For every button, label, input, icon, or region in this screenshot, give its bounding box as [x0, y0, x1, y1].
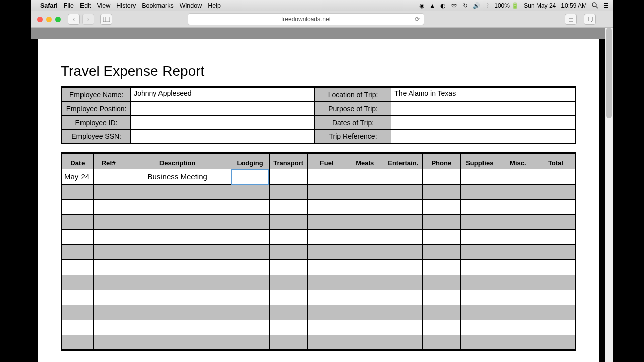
cell-entertain[interactable]	[384, 305, 422, 320]
cell-lodging[interactable]	[231, 215, 269, 230]
cell-date[interactable]	[62, 290, 94, 305]
cell-meals[interactable]	[346, 275, 384, 290]
cell-meals[interactable]	[346, 320, 384, 335]
cell-transport[interactable]	[269, 275, 307, 290]
cell-misc[interactable]	[499, 260, 537, 275]
cell-lodging[interactable]	[231, 305, 269, 320]
cell-phone[interactable]	[422, 185, 460, 200]
cell-total[interactable]	[537, 185, 575, 200]
cell-fuel[interactable]	[307, 275, 346, 290]
cell-transport[interactable]	[269, 290, 307, 305]
cell-date[interactable]	[62, 200, 94, 215]
cell-misc[interactable]	[499, 320, 537, 335]
field-employee-id[interactable]	[131, 116, 315, 130]
cell-description[interactable]	[124, 275, 231, 290]
cell-description[interactable]	[124, 215, 231, 230]
cell-meals[interactable]	[346, 245, 384, 260]
cell-meals[interactable]	[346, 169, 384, 185]
cell-meals[interactable]	[346, 215, 384, 230]
cell-transport[interactable]	[269, 215, 307, 230]
cell-fuel[interactable]	[307, 335, 346, 350]
cell-transport[interactable]	[269, 200, 307, 215]
cell-misc[interactable]	[499, 169, 537, 185]
cell-supplies[interactable]	[460, 245, 499, 260]
cell-ref[interactable]	[93, 200, 124, 215]
cell-total[interactable]	[537, 230, 575, 245]
maximize-window-button[interactable]	[55, 17, 61, 22]
cell-transport[interactable]	[269, 185, 307, 200]
cell-supplies[interactable]	[460, 215, 499, 230]
volume-icon[interactable]: 🔊	[473, 2, 480, 9]
cell-total[interactable]	[537, 260, 575, 275]
spotlight-icon[interactable]	[592, 2, 598, 9]
cell-total[interactable]	[537, 290, 575, 305]
cell-lodging[interactable]	[231, 169, 269, 185]
cell-ref[interactable]	[93, 305, 124, 320]
reload-icon[interactable]: ⟳	[415, 16, 420, 23]
cell-phone[interactable]	[422, 305, 460, 320]
close-window-button[interactable]	[37, 17, 43, 22]
field-dates[interactable]	[391, 116, 576, 130]
app-name[interactable]: Safari	[40, 2, 58, 9]
cell-supplies[interactable]	[460, 290, 499, 305]
cell-phone[interactable]	[422, 215, 460, 230]
cell-fuel[interactable]	[307, 185, 346, 200]
scroll-thumb[interactable]	[606, 28, 612, 118]
wifi-icon[interactable]	[450, 3, 458, 8]
cell-total[interactable]	[537, 215, 575, 230]
cell-date[interactable]: May 24	[62, 169, 94, 185]
cell-total[interactable]	[537, 200, 575, 215]
vertical-scrollbar[interactable]	[605, 28, 613, 362]
cell-supplies[interactable]	[460, 335, 499, 350]
cell-ref[interactable]	[93, 275, 124, 290]
cell-entertain[interactable]	[384, 200, 422, 215]
cell-description[interactable]	[124, 200, 231, 215]
cell-misc[interactable]	[499, 200, 537, 215]
time[interactable]: 10:59 AM	[561, 2, 587, 9]
cell-total[interactable]	[537, 320, 575, 335]
cell-meals[interactable]	[346, 230, 384, 245]
cell-lodging[interactable]	[231, 230, 269, 245]
cell-ref[interactable]	[93, 335, 124, 350]
cell-lodging[interactable]	[231, 320, 269, 335]
cell-ref[interactable]	[93, 290, 124, 305]
cell-misc[interactable]	[499, 245, 537, 260]
cell-lodging[interactable]	[231, 185, 269, 200]
cell-phone[interactable]	[422, 169, 460, 185]
cell-entertain[interactable]	[384, 245, 422, 260]
menu-bookmarks[interactable]: Bookmarks	[142, 2, 174, 9]
cell-misc[interactable]	[499, 185, 537, 200]
record-icon[interactable]: ◉	[419, 2, 424, 9]
tabs-button[interactable]	[584, 14, 596, 25]
cell-fuel[interactable]	[307, 305, 346, 320]
cell-supplies[interactable]	[460, 185, 499, 200]
timemachine-icon[interactable]: ↻	[463, 2, 468, 9]
cell-date[interactable]	[62, 185, 94, 200]
cell-entertain[interactable]	[384, 275, 422, 290]
bluetooth-icon[interactable]: ᛒ	[486, 2, 489, 9]
sidebar-button[interactable]	[100, 14, 112, 25]
cell-date[interactable]	[62, 335, 94, 350]
cell-date[interactable]	[62, 260, 94, 275]
cell-misc[interactable]	[499, 335, 537, 350]
cell-transport[interactable]	[269, 245, 307, 260]
field-location[interactable]: The Alamo in Texas	[391, 87, 576, 102]
menu-window[interactable]: Window	[180, 2, 202, 9]
menu-edit[interactable]: Edit	[80, 2, 91, 9]
field-employee-ssn[interactable]	[131, 130, 315, 144]
field-employee-name[interactable]: Johnny Appleseed	[131, 87, 315, 102]
cell-date[interactable]	[62, 245, 94, 260]
cell-misc[interactable]	[499, 215, 537, 230]
cell-ref[interactable]	[93, 320, 124, 335]
cell-description[interactable]: Business Meeting	[124, 169, 231, 185]
cell-fuel[interactable]	[307, 215, 346, 230]
cell-lodging[interactable]	[231, 260, 269, 275]
cell-lodging[interactable]	[231, 275, 269, 290]
cell-total[interactable]	[537, 335, 575, 350]
cell-entertain[interactable]	[384, 260, 422, 275]
share-button[interactable]	[565, 14, 577, 25]
cell-entertain[interactable]	[384, 169, 422, 185]
cell-entertain[interactable]	[384, 185, 422, 200]
cell-entertain[interactable]	[384, 290, 422, 305]
cell-supplies[interactable]	[460, 200, 499, 215]
